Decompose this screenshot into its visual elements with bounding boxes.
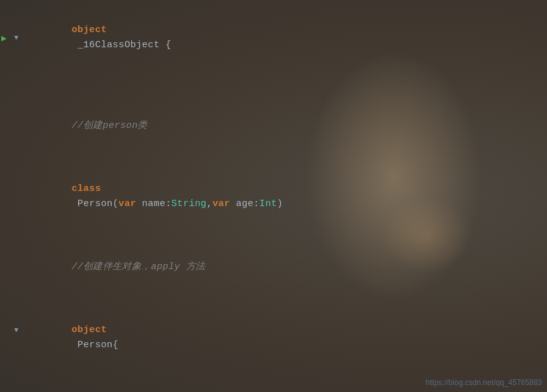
code-line-4: class Person(var name:String,var age:Int…	[0, 150, 547, 228]
code-line-1: ▶ ▼ object _16ClassObject {	[0, 6, 547, 69]
watermark: https://blog.csdn.net/qq_45765883	[426, 378, 542, 387]
code-line-5: //创建伴生对象，apply 方法	[0, 228, 547, 291]
fold-icon-1[interactable]: ▼	[14, 34, 18, 42]
code-line-2	[0, 69, 547, 87]
gutter-3	[0, 87, 22, 150]
gutter-2	[0, 69, 22, 87]
code-text: Person{	[71, 340, 118, 350]
keyword-var2: var	[213, 199, 230, 209]
code-text: _16ClassObject {	[71, 40, 171, 50]
line-content-3: //创建person类	[22, 87, 547, 150]
run-arrow-1[interactable]: ▶	[1, 33, 6, 43]
type-string: String	[172, 199, 207, 209]
line-content-4: class Person(var name:String,var age:Int…	[22, 150, 547, 228]
comment-1: //创建person类	[71, 120, 147, 131]
type-int: Int	[259, 199, 277, 209]
code-text: Person(	[71, 199, 118, 209]
code-text: name:	[136, 199, 172, 209]
keyword-class: class	[71, 183, 101, 194]
keyword-object: object	[71, 25, 107, 35]
comment-2: //创建伴生对象，apply 方法	[71, 262, 205, 272]
line-content-2	[22, 69, 547, 87]
keyword-var: var	[119, 199, 136, 209]
keyword-object-2: object	[71, 325, 107, 335]
code-text: )	[277, 199, 283, 209]
code-text: age:	[230, 199, 260, 209]
fold-icon-6[interactable]: ▼	[14, 326, 18, 334]
gutter-7	[0, 369, 22, 392]
line-content-1: object _16ClassObject {	[22, 6, 547, 69]
code-text: ,	[206, 199, 212, 209]
code-area: ▶ ▼ object _16ClassObject { //创建person类	[0, 0, 547, 392]
gutter-4	[0, 150, 22, 228]
code-line-3: //创建person类	[0, 87, 547, 150]
gutter-5	[0, 228, 22, 291]
gutter-6: ▼	[0, 291, 22, 369]
code-line-6: ▼ object Person{	[0, 291, 547, 369]
editor-container: ▶ ▼ object _16ClassObject { //创建person类	[0, 0, 547, 392]
line-content-5: //创建伴生对象，apply 方法	[22, 228, 547, 291]
line-content-6: object Person{	[22, 291, 547, 369]
gutter-1: ▶ ▼	[0, 6, 22, 69]
